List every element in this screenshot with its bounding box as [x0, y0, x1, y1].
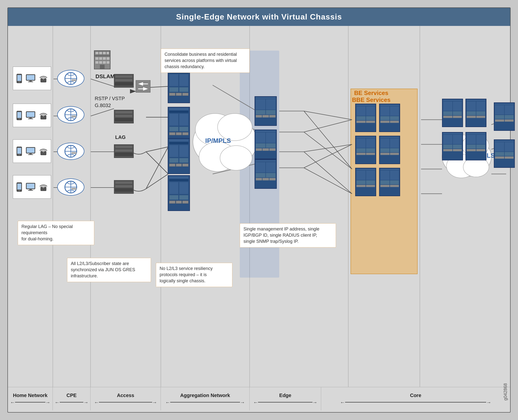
svg-rect-63	[27, 75, 35, 80]
svg-point-61	[19, 81, 20, 82]
svg-marker-126	[138, 82, 143, 86]
svg-line-43	[304, 144, 352, 168]
svg-rect-123	[103, 61, 106, 64]
svg-rect-60	[17, 75, 21, 81]
svg-rect-92	[28, 190, 33, 191]
agg-switch-row1	[114, 74, 134, 88]
be-chassis-3	[355, 136, 376, 164]
edge-chassis-3	[255, 159, 277, 189]
arrow-home: ← →	[10, 400, 50, 405]
label-home-network: Home Network	[13, 393, 47, 398]
svg-point-79	[19, 154, 20, 155]
core-chassis-3	[442, 132, 463, 160]
monitor-icon	[26, 74, 36, 83]
core-chassis-4	[465, 132, 486, 160]
title-bar: Single-Edge Network with Virtual Chassis	[8, 8, 510, 26]
svg-rect-122	[99, 61, 102, 64]
svg-point-70	[19, 118, 20, 119]
svg-rect-81	[27, 148, 35, 153]
svg-point-85	[43, 152, 44, 153]
be-chassis-6	[379, 168, 400, 196]
svg-line-25	[213, 117, 255, 130]
core-chassis-1	[442, 99, 463, 127]
cpe-icon2	[62, 108, 79, 122]
svg-point-32	[220, 146, 252, 170]
agg-chassis-2	[168, 107, 190, 143]
edge-chassis-2	[255, 130, 277, 159]
bottom-section-cpe: CPE ← →	[53, 387, 91, 410]
be-chassis-4	[379, 136, 400, 164]
svg-rect-98	[72, 79, 76, 81]
arrow-core: ← →	[340, 400, 491, 405]
label-access: Access	[117, 393, 134, 398]
be-services-label: BE Services BBE Services	[352, 90, 390, 103]
agg-switch-row2	[114, 110, 134, 123]
router-icon4	[39, 182, 48, 192]
svg-point-76	[43, 116, 44, 117]
label-core: Core	[410, 393, 421, 398]
rstp-label: RSTP / VSTP G.8032	[95, 95, 125, 109]
svg-rect-116	[107, 52, 109, 54]
svg-point-94	[43, 187, 44, 188]
home-device-row2	[13, 104, 51, 127]
tooltip-lag: Regular LAG – No special requirements fo…	[18, 221, 94, 245]
cpe-icon4	[62, 180, 79, 194]
be-chassis-2	[379, 104, 400, 132]
home-device-row3	[13, 139, 51, 163]
home-device-row4	[13, 175, 51, 199]
main-container: Single-Edge Network with Virtual Chassis	[7, 7, 511, 413]
svg-rect-65	[28, 81, 33, 82]
svg-rect-78	[17, 148, 21, 154]
svg-rect-124	[107, 61, 110, 64]
be-chassis-5	[355, 168, 376, 196]
svg-rect-102	[72, 115, 76, 117]
g-number: g042868	[503, 383, 508, 401]
svg-point-30	[218, 114, 252, 141]
arrow-cpe: ← →	[55, 400, 89, 405]
svg-line-12	[91, 79, 114, 86]
monitor-icon3	[26, 147, 36, 155]
arrow-access: ← →	[94, 400, 157, 405]
cpe-device-row2	[57, 106, 84, 123]
svg-rect-73	[29, 117, 32, 118]
svg-rect-82	[29, 153, 32, 154]
svg-rect-91	[29, 189, 32, 190]
bottom-section-core: Core ← →	[321, 387, 510, 410]
svg-line-22	[146, 147, 168, 189]
cpe-device-row1	[57, 70, 84, 87]
agg-switch-row4	[114, 180, 134, 194]
bottom-section-edge: Edge ← →	[250, 387, 321, 410]
agg-chassis-3	[168, 138, 190, 174]
svg-line-44	[304, 168, 352, 194]
svg-line-42	[304, 152, 352, 194]
ipmpls-label-1: IP/MPLS	[205, 137, 231, 145]
tooltip-gres: All L2/L3/Subscriber state are synchroni…	[67, 258, 151, 282]
home-device-row1	[13, 67, 51, 90]
svg-rect-83	[28, 154, 33, 155]
monitor-icon2	[26, 111, 36, 120]
arrow-aggregation: ← →	[165, 400, 245, 405]
far-right-chassis-2	[494, 139, 515, 168]
svg-rect-64	[29, 80, 32, 81]
building-svg	[92, 49, 113, 72]
svg-line-24	[213, 85, 255, 110]
agg-chassis-4	[168, 175, 190, 211]
svg-rect-125	[100, 65, 105, 69]
mobile-icon4	[16, 182, 23, 192]
cpe-device-row3	[57, 143, 84, 160]
svg-marker-128	[143, 87, 148, 91]
agg-switch-row3	[114, 144, 134, 158]
monitor-icon4	[26, 183, 36, 191]
cpe-icon1	[62, 72, 79, 85]
page-title: Single-Edge Network with Virtual Chassis	[176, 12, 342, 21]
svg-line-39	[304, 120, 352, 132]
svg-rect-87	[17, 184, 21, 190]
router-icon3	[39, 147, 48, 156]
cpe-icon3	[62, 145, 79, 158]
svg-line-38	[304, 111, 352, 169]
svg-rect-115	[103, 52, 106, 54]
svg-rect-120	[107, 57, 110, 60]
bottom-section-access: Access ← →	[91, 387, 161, 410]
svg-rect-110	[72, 188, 76, 190]
svg-rect-119	[103, 57, 106, 60]
